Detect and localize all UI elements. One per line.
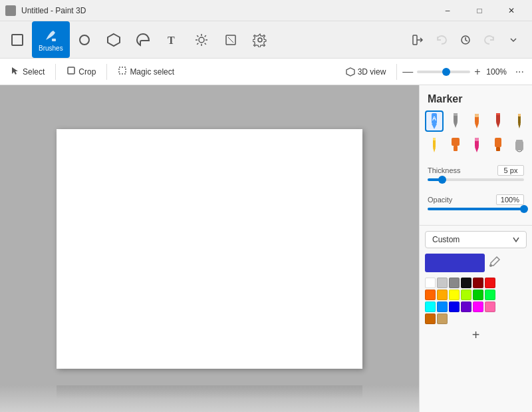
view-3d-label: 3D view xyxy=(358,67,386,77)
close-button[interactable]: ✕ xyxy=(496,0,527,21)
thickness-section: Thickness 5 px xyxy=(420,161,532,190)
view-3d-button[interactable]: 3D view xyxy=(340,65,392,79)
brush-bucket[interactable] xyxy=(510,134,529,156)
svg-marker-42 xyxy=(475,147,479,152)
ribbon-chevron[interactable] xyxy=(503,29,524,51)
opacity-slider[interactable] xyxy=(428,208,524,210)
thickness-slider-thumb[interactable] xyxy=(438,176,446,184)
brush-pencil-yellow[interactable] xyxy=(425,134,444,156)
brush-marker-orange2[interactable] xyxy=(489,134,507,156)
zoom-plus-button[interactable]: + xyxy=(474,66,480,78)
svg-rect-38 xyxy=(433,138,436,140)
swatch-yellow[interactable] xyxy=(449,290,460,300)
svg-marker-25 xyxy=(454,122,458,128)
swatch-white[interactable] xyxy=(425,278,436,288)
ribbon-stickers[interactable] xyxy=(128,21,158,58)
ribbon-effects[interactable] xyxy=(187,21,216,58)
add-color-button[interactable]: + xyxy=(425,325,527,344)
right-panel: Marker A xyxy=(419,85,532,412)
ribbon-settings[interactable] xyxy=(245,21,275,58)
canvas-area[interactable] xyxy=(0,85,419,412)
magic-select-icon xyxy=(118,66,127,77)
brush-pen-dark[interactable] xyxy=(489,110,507,132)
share-button[interactable] xyxy=(407,29,428,51)
swatch-darkblue[interactable] xyxy=(449,302,460,312)
svg-rect-45 xyxy=(496,147,500,151)
color-preview[interactable] xyxy=(425,254,485,272)
select-tool[interactable]: Select xyxy=(5,63,50,80)
swatch-orange[interactable] xyxy=(425,290,436,300)
canvas[interactable] xyxy=(57,129,362,369)
brush-marker-a[interactable]: A xyxy=(425,110,444,132)
opacity-slider-fill xyxy=(428,208,524,210)
brush-grid: A xyxy=(420,110,532,161)
brush-marker-orange[interactable] xyxy=(467,110,486,132)
swatch-darkred[interactable] xyxy=(473,278,483,288)
swatch-cyan[interactable] xyxy=(425,302,436,312)
zoom-minus-button[interactable]: — xyxy=(402,66,413,78)
shapes3d-icon xyxy=(106,32,122,48)
redo-button[interactable] xyxy=(479,29,500,51)
thickness-label-row: Thickness 5 px xyxy=(428,165,524,176)
swatch-tan[interactable] xyxy=(437,313,448,324)
ribbon: Brushes T xyxy=(0,21,532,59)
window-title: Untitled - Paint 3D xyxy=(21,6,86,15)
crop-icon xyxy=(223,32,239,48)
swatch-lightgray[interactable] xyxy=(437,278,448,288)
svg-marker-37 xyxy=(433,148,436,152)
brush-pencil-brown[interactable] xyxy=(510,110,529,132)
toolbar-more-button[interactable]: ··· xyxy=(513,63,527,81)
brush-marker-wide[interactable] xyxy=(446,134,465,156)
thickness-label: Thickness xyxy=(428,166,461,174)
stickers-icon xyxy=(135,32,151,48)
svg-line-10 xyxy=(197,35,198,37)
magic-select-label: Magic select xyxy=(130,67,174,77)
ribbon-shapes2d[interactable] xyxy=(70,21,99,58)
zoom-slider-thumb[interactable] xyxy=(442,68,450,76)
swatch-gray[interactable] xyxy=(449,278,460,288)
swatch-amber[interactable] xyxy=(437,290,448,300)
swatch-black[interactable] xyxy=(461,278,471,288)
title-bar: Untitled - Paint 3D – □ ✕ xyxy=(0,0,532,21)
opacity-label-row: Opacity 100% xyxy=(428,194,524,205)
toolbar-separator-1 xyxy=(55,64,56,80)
canvas-icon xyxy=(9,32,25,48)
brush-pen[interactable] xyxy=(446,110,465,132)
swatch-blue[interactable] xyxy=(437,302,448,312)
thickness-slider[interactable] xyxy=(428,178,524,181)
svg-point-5 xyxy=(199,37,204,43)
magic-select-tool[interactable]: Magic select xyxy=(112,63,180,80)
ribbon-canvas[interactable] xyxy=(3,21,32,58)
eyedropper-button[interactable] xyxy=(489,256,501,270)
svg-rect-32 xyxy=(496,113,500,115)
custom-dropdown[interactable]: Custom xyxy=(425,231,527,248)
swatch-red[interactable] xyxy=(485,278,495,288)
chevron-down-icon xyxy=(513,237,519,242)
swatch-magenta[interactable] xyxy=(473,302,483,312)
swatch-brightgreen[interactable] xyxy=(485,290,495,300)
swatch-purple[interactable] xyxy=(461,302,471,312)
swatch-pink[interactable] xyxy=(485,302,495,312)
maximize-button[interactable]: □ xyxy=(464,0,495,21)
ribbon-shapes3d[interactable] xyxy=(99,21,128,58)
swatch-lime[interactable] xyxy=(461,290,471,300)
swatch-brown[interactable] xyxy=(425,313,436,324)
history-button[interactable] xyxy=(455,29,476,51)
ribbon-text[interactable]: T xyxy=(158,21,187,58)
undo-button[interactable] xyxy=(431,29,452,51)
color-row-1 xyxy=(425,278,527,288)
crop-tool[interactable]: Crop xyxy=(61,63,101,80)
color-row-3 xyxy=(425,302,527,312)
minimize-button[interactable]: – xyxy=(432,0,463,21)
ribbon-crop[interactable] xyxy=(216,21,245,58)
select-label: Select xyxy=(23,67,45,77)
ribbon-brushes[interactable]: Brushes xyxy=(32,21,70,58)
svg-rect-40 xyxy=(454,146,458,151)
brush-marker-pink[interactable] xyxy=(467,134,486,156)
zoom-slider[interactable] xyxy=(417,71,470,73)
opacity-slider-thumb[interactable] xyxy=(520,205,528,213)
svg-point-16 xyxy=(258,38,262,42)
main-area: Marker A xyxy=(0,85,532,412)
swatch-green[interactable] xyxy=(473,290,483,300)
svg-rect-17 xyxy=(413,35,417,45)
